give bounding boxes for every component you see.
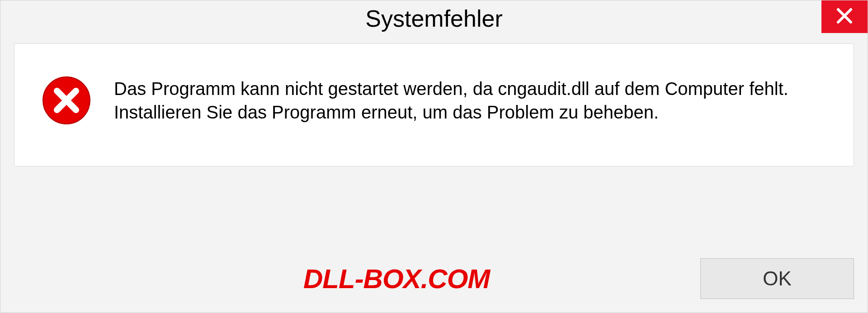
error-icon — [42, 76, 91, 125]
ok-button-label: OK — [763, 267, 792, 290]
dialog-title: Systemfehler — [365, 5, 502, 32]
close-button[interactable] — [821, 0, 868, 33]
watermark-text: DLL-BOX.COM — [303, 263, 490, 294]
content-panel: Das Programm kann nicht gestartet werden… — [14, 43, 854, 166]
close-icon — [835, 7, 854, 27]
titlebar: Systemfehler — [0, 0, 868, 37]
error-message: Das Programm kann nicht gestartet werden… — [114, 77, 826, 124]
error-dialog: Systemfehler Das Programm kann nicht ges… — [0, 0, 868, 313]
ok-button[interactable]: OK — [700, 258, 854, 299]
dialog-footer: DLL-BOX.COM OK — [14, 258, 854, 299]
